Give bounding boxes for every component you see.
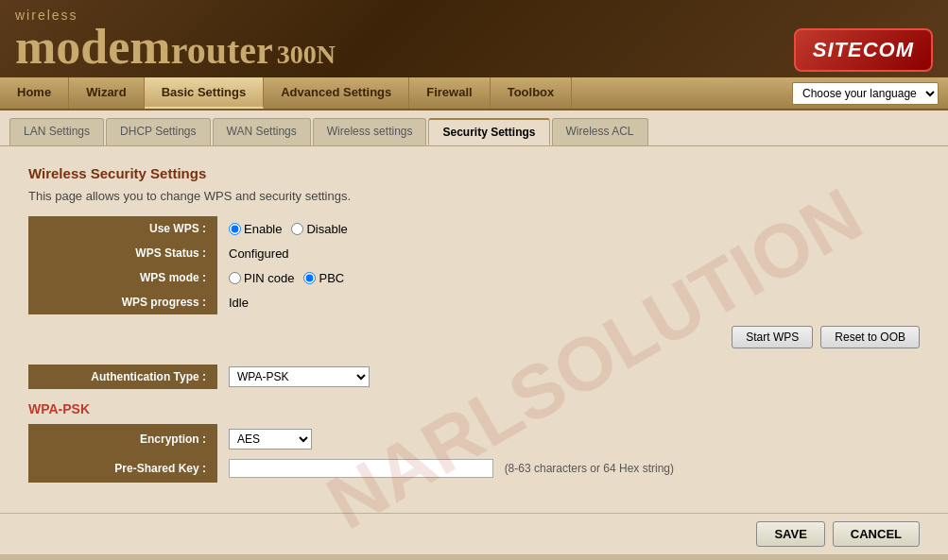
navbar: Home Wizard Basic Settings Advanced Sett…	[0, 77, 948, 110]
start-wps-button[interactable]: Start WPS	[732, 326, 813, 348]
footer-bar: SAVE CANCEL	[0, 513, 948, 554]
table-row: WPS progress : Idle	[28, 290, 920, 314]
encryption-label: Encryption :	[28, 424, 217, 454]
cancel-button[interactable]: CANCEL	[833, 521, 920, 547]
use-wps-value: Enable Disable	[217, 216, 920, 241]
nav-item-wizard[interactable]: Wizard	[69, 77, 145, 109]
table-row: WPS Status : Configured	[28, 241, 920, 265]
tab-lan-settings[interactable]: LAN Settings	[9, 118, 104, 145]
table-row: Pre-Shared Key : (8-63 characters or 64 …	[28, 454, 920, 483]
subtabs: LAN Settings DHCP Settings WAN Settings …	[0, 110, 948, 146]
pbc-radio-label[interactable]: PBC	[303, 271, 344, 285]
psk-label: Pre-Shared Key :	[28, 454, 217, 483]
use-wps-label: Use WPS :	[28, 216, 217, 241]
wps-mode-value: PIN code PBC	[217, 265, 920, 290]
reset-oob-button[interactable]: Reset to OOB	[820, 326, 920, 348]
brand-logo: SITECOM	[794, 28, 933, 72]
tab-dhcp-settings[interactable]: DHCP Settings	[106, 118, 210, 145]
tab-security-settings[interactable]: Security Settings	[428, 118, 549, 145]
modem-label: modemrouter300N	[15, 23, 336, 72]
enable-radio[interactable]	[229, 223, 241, 235]
pin-code-radio[interactable]	[229, 272, 241, 284]
table-row: WPS mode : PIN code PBC	[28, 265, 920, 290]
auth-type-select[interactable]: WPA-PSK WPA2-PSK WPA-PSK/WPA2-PSK	[229, 366, 370, 387]
table-row: Use WPS : Enable Disable	[28, 216, 920, 241]
nav-item-advanced[interactable]: Advanced Settings	[264, 77, 409, 109]
section-desc: This page allows you to change WPS and s…	[28, 189, 920, 203]
encryption-select[interactable]: AES TKIP TKIP+AES	[229, 429, 312, 450]
logo: wireless modemrouter300N	[15, 8, 336, 72]
psk-input[interactable]	[229, 459, 493, 478]
pin-code-radio-label[interactable]: PIN code	[229, 271, 294, 285]
tab-wireless-acl[interactable]: Wireless ACL	[552, 118, 648, 145]
disable-radio-label[interactable]: Disable	[291, 222, 347, 236]
psk-hint: (8-63 characters or 64 Hex string)	[505, 462, 674, 475]
encryption-value: AES TKIP TKIP+AES	[217, 424, 920, 454]
auth-type-label: Authentication Type :	[28, 365, 217, 389]
auth-type-row: Authentication Type : WPA-PSK WPA2-PSK W…	[28, 362, 920, 392]
wps-progress-label: WPS progress :	[28, 290, 217, 314]
wps-mode-radio-group: PIN code PBC	[229, 271, 908, 285]
language-select[interactable]: Choose your language	[792, 82, 939, 105]
psk-value: (8-63 characters or 64 Hex string)	[217, 454, 920, 483]
disable-radio[interactable]	[291, 223, 303, 235]
main-panel: Wireless Security Settings This page all…	[0, 146, 948, 513]
wps-status-label: WPS Status :	[28, 241, 217, 265]
enc-settings-table: Encryption : AES TKIP TKIP+AES Pre-Share…	[28, 424, 920, 483]
section-title: Wireless Security Settings	[28, 165, 920, 181]
pbc-radio[interactable]	[303, 272, 316, 284]
nav-item-home[interactable]: Home	[0, 77, 69, 109]
nav-items: Home Wizard Basic Settings Advanced Sett…	[0, 77, 572, 109]
tab-wireless-settings[interactable]: Wireless settings	[313, 118, 427, 145]
page-header: wireless modemrouter300N SITECOM	[0, 0, 948, 77]
auth-type-value: WPA-PSK WPA2-PSK WPA-PSK/WPA2-PSK	[217, 362, 920, 392]
wps-status-value: Configured	[217, 241, 920, 265]
wps-buttons: Start WPS Reset to OOB	[28, 326, 920, 348]
use-wps-radio-group: Enable Disable	[229, 222, 908, 236]
nav-item-toolbox[interactable]: Toolbox	[491, 77, 573, 109]
table-row: Encryption : AES TKIP TKIP+AES	[28, 424, 920, 454]
wpa-section-label: WPA-PSK	[28, 401, 920, 416]
nav-item-basic[interactable]: Basic Settings	[145, 77, 265, 109]
enable-radio-label[interactable]: Enable	[229, 222, 282, 236]
nav-item-firewall[interactable]: Firewall	[409, 77, 490, 109]
tab-wan-settings[interactable]: WAN Settings	[213, 118, 311, 145]
main-content: NARLSOLUTION Wireless Security Settings …	[0, 146, 948, 554]
wps-progress-value: Idle	[217, 290, 920, 314]
save-button[interactable]: SAVE	[756, 521, 824, 547]
wps-settings-table: Use WPS : Enable Disable WPS Status : Co…	[28, 216, 920, 314]
wps-mode-label: WPS mode :	[28, 265, 217, 290]
